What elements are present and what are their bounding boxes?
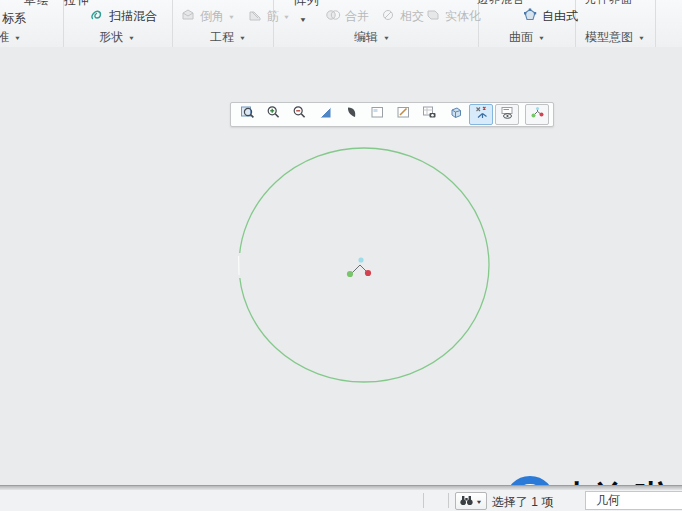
solidify-button: 实体化	[425, 7, 481, 26]
saved-orientations-button[interactable]	[365, 104, 389, 125]
spin-center-button[interactable]	[525, 104, 549, 125]
solidify-label: 实体化	[445, 8, 481, 25]
ribbon-group-separator	[655, 0, 656, 47]
view-manager-button[interactable]	[391, 104, 415, 125]
refit-button[interactable]	[235, 104, 259, 125]
chevron-down-icon: ▼	[128, 35, 135, 41]
chevron-down-icon: ▼	[538, 35, 545, 41]
group-label-text: 工程	[210, 29, 234, 46]
status-separator	[448, 493, 449, 508]
triad-x-dot	[365, 270, 371, 276]
chamfer-icon	[180, 7, 196, 26]
clipped-button-top: 拉伸	[64, 0, 90, 9]
chevron-down-icon: ▼	[383, 35, 390, 41]
triad-y-dot	[347, 271, 353, 277]
merge-label: 合并	[345, 8, 369, 25]
zoom-in-button[interactable]	[261, 104, 285, 125]
zoom-out-icon	[292, 105, 307, 124]
solidify-icon	[425, 7, 441, 26]
triad-z-dot	[358, 257, 363, 262]
status-bar: ▼ 选择了 1 项 几何	[0, 490, 682, 511]
clipped-button-top: 草绘	[24, 0, 50, 9]
clipped-button-top: 元件界面	[585, 0, 633, 7]
chevron-down-icon: ▼	[283, 14, 290, 20]
clipped-button-top: 阵列	[294, 0, 320, 9]
chevron-down-icon: ▼	[228, 14, 235, 20]
selection-filter-value: 几何	[596, 492, 620, 509]
binoculars-icon	[460, 492, 473, 510]
graphics-canvas[interactable]: 查询啦 chaxunla.com	[0, 47, 682, 486]
group-label-surfaces[interactable]: 曲面 ▼	[509, 29, 545, 46]
refit-icon	[240, 105, 255, 124]
rib-button: 筋 ▼	[247, 7, 290, 26]
chevron-down-icon: ▼	[476, 498, 483, 504]
annotation-display-button[interactable]	[495, 104, 519, 125]
intersect-icon	[380, 7, 396, 26]
pattern-dropdown-button[interactable]: ▼	[299, 11, 307, 30]
chevron-down-icon: ▼	[14, 35, 21, 41]
cad-application-window: 草绘 拉伸 阵列 边界混合 元件界面 标系 扫描混合 倒角	[0, 0, 682, 511]
intersect-button: 相交	[380, 7, 424, 26]
view-manager-icon	[396, 105, 411, 124]
intersect-label: 相交	[400, 8, 424, 25]
chevron-down-icon: ▼	[638, 35, 645, 41]
graphics-toolbar	[230, 102, 554, 127]
capture-icon	[422, 105, 437, 124]
chevron-down-icon: ▼	[239, 35, 246, 41]
capture-button[interactable]	[417, 104, 441, 125]
group-label-text: 曲面	[509, 29, 533, 46]
chamfer-label: 倒角	[200, 8, 224, 25]
group-label-text: 准	[0, 29, 9, 46]
group-label-editing[interactable]: 编辑 ▼	[354, 29, 390, 46]
datum-display-filters-icon	[474, 105, 489, 124]
sweep-blend-icon	[89, 7, 105, 26]
group-label-text: 模型意图	[585, 29, 633, 46]
display-style-icon	[344, 105, 359, 124]
find-button[interactable]: ▼	[455, 492, 487, 510]
selection-status-message: 选择了 1 项	[492, 494, 553, 511]
saved-orientations-icon	[370, 105, 385, 124]
chamfer-button: 倒角 ▼	[180, 7, 235, 26]
group-label-model-intent[interactable]: 模型意图 ▼	[585, 29, 645, 46]
group-label-text: 形状	[99, 29, 123, 46]
freestyle-icon	[522, 7, 538, 26]
coordinate-system-label: 标系	[2, 10, 26, 27]
perspective-view-button[interactable]	[443, 104, 467, 125]
chevron-down-icon: ▼	[299, 17, 307, 24]
coordinate-system-button[interactable]: 标系	[2, 9, 26, 28]
display-style-button[interactable]	[339, 104, 363, 125]
status-separator	[423, 493, 424, 508]
freestyle-label: 自由式	[542, 8, 578, 25]
ribbon: 草绘 拉伸 阵列 边界混合 元件界面 标系 扫描混合 倒角	[0, 0, 682, 48]
zoom-in-icon	[266, 105, 281, 124]
csys-triad[interactable]	[347, 257, 371, 277]
rib-label: 筋	[267, 8, 279, 25]
group-label-text: 编辑	[354, 29, 378, 46]
annotation-display-icon	[500, 105, 515, 124]
group-label-engineering[interactable]: 工程 ▼	[210, 29, 246, 46]
repaint-button[interactable]	[313, 104, 337, 125]
spin-center-icon	[530, 105, 545, 124]
group-label-shapes[interactable]: 形状 ▼	[99, 29, 135, 46]
sweep-blend-button[interactable]: 扫描混合	[89, 7, 157, 26]
perspective-view-icon	[448, 105, 463, 124]
sketch-circle[interactable]	[239, 148, 489, 382]
datum-display-filters-button[interactable]	[469, 104, 493, 125]
zoom-out-button[interactable]	[287, 104, 311, 125]
group-label-datum[interactable]: 准 ▼	[0, 29, 21, 46]
merge-button: 合并	[325, 7, 369, 26]
freestyle-button[interactable]: 自由式	[522, 7, 578, 26]
rib-icon	[247, 7, 263, 26]
repaint-icon	[318, 105, 333, 124]
sweep-blend-label: 扫描混合	[109, 8, 157, 25]
selection-filter-dropdown[interactable]: 几何	[585, 491, 682, 510]
ribbon-group-separator	[172, 0, 173, 47]
clipped-button-top: 边界混合	[477, 0, 525, 7]
merge-icon	[325, 7, 341, 26]
